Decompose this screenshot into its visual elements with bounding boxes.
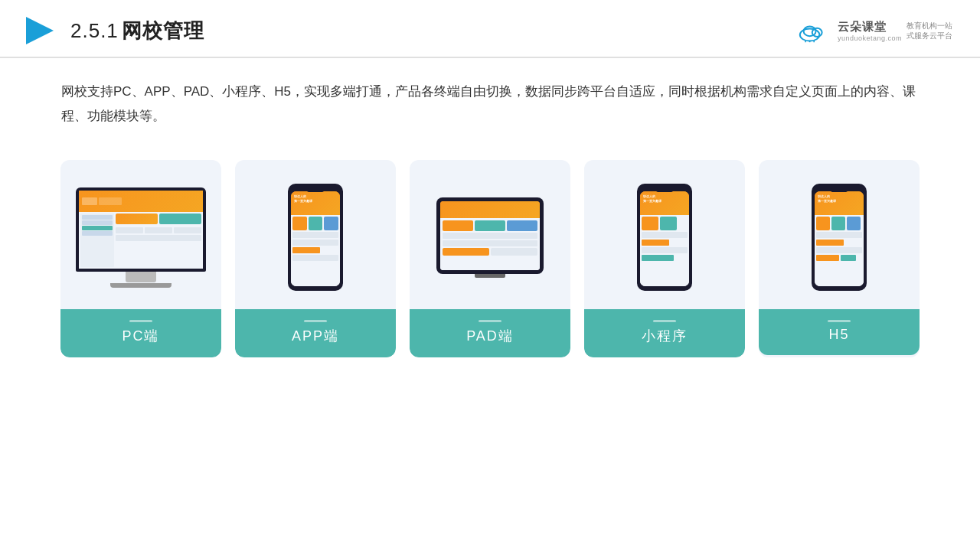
brand-slogan: 教育机构一站 式服务云平台 — [906, 21, 952, 41]
card-app-label: APP端 — [235, 309, 396, 357]
phone-frame-app: 职达人的第一堂兴趣课 — [288, 184, 343, 291]
header: 2.5.1网校管理 云朵课堂 yunduoketang.com 教育机构一站 式… — [0, 0, 980, 58]
pc-screen — [76, 187, 206, 272]
card-app-image: 职达人的第一堂兴趣课 — [235, 160, 396, 309]
card-h5: 职达人的第一堂兴趣课 — [759, 160, 920, 357]
card-h5-image: 职达人的第一堂兴趣课 — [759, 160, 920, 309]
card-pc-label: PC端 — [60, 309, 221, 357]
tablet-frame — [436, 197, 544, 274]
card-pad-label: PAD端 — [410, 309, 570, 357]
phone-frame-h5: 职达人的第一堂兴趣课 — [812, 184, 867, 291]
card-pc: PC端 — [60, 160, 221, 357]
phone-mockup-app: 职达人的第一堂兴趣课 — [285, 184, 346, 291]
brand-icon-wrap: 云朵课堂 yunduoketang.com 教育机构一站 式服务云平台 — [796, 18, 952, 43]
svg-point-1 — [800, 29, 820, 41]
phone-frame-miniapp: 职达人的第一堂兴趣课 — [637, 184, 692, 291]
svg-marker-0 — [26, 17, 54, 44]
pc-mockup — [76, 187, 206, 288]
card-pad: PAD端 — [410, 160, 570, 357]
logo-arrow-icon — [23, 14, 57, 47]
card-pc-image — [60, 160, 221, 309]
cloud-icon — [796, 18, 833, 43]
card-miniapp-label: 小程序 — [584, 309, 745, 357]
brand-name: 云朵课堂 yunduoketang.com — [838, 20, 902, 42]
card-app: 职达人的第一堂兴趣课 — [235, 160, 396, 357]
card-pad-image — [410, 160, 570, 309]
cards-container: PC端 职达人的第一堂兴趣课 — [0, 137, 980, 357]
card-h5-label: H5 — [759, 309, 920, 355]
card-miniapp-image: 职达人的第一堂兴趣课 — [584, 160, 745, 309]
header-left: 2.5.1网校管理 — [23, 14, 204, 47]
svg-point-2 — [804, 26, 816, 36]
phone-mockup-miniapp: 职达人的第一堂兴趣课 — [634, 184, 695, 291]
page-title: 2.5.1网校管理 — [70, 18, 204, 44]
card-miniapp: 职达人的第一堂兴趣课 — [584, 160, 745, 357]
phone-mockup-h5: 职达人的第一堂兴趣课 — [808, 184, 870, 291]
svg-point-3 — [812, 28, 822, 37]
description-text: 网校支持PC、APP、PAD、小程序、H5，实现多端打通，产品各终端自由切换，数… — [0, 58, 980, 137]
brand-logo: 云朵课堂 yunduoketang.com 教育机构一站 式服务云平台 — [796, 18, 952, 43]
tablet-mockup — [436, 197, 544, 278]
